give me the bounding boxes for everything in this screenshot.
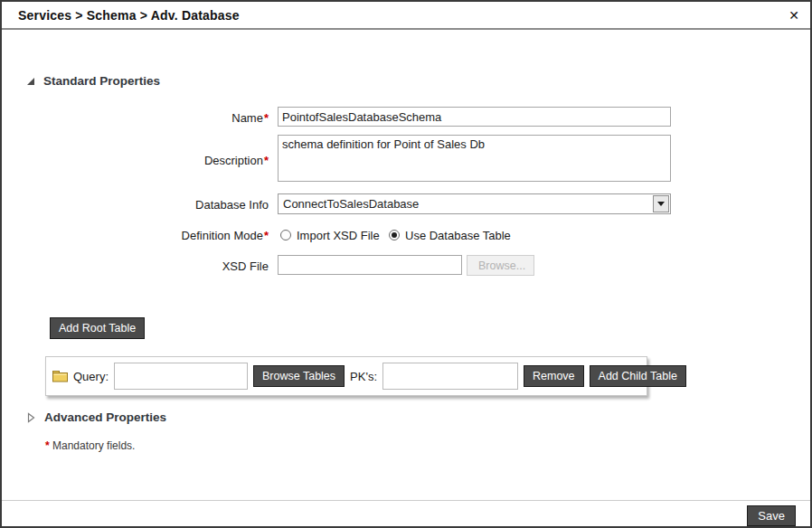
- database-info-selected-value: ConnectToSalesDatabase: [283, 197, 419, 211]
- save-button[interactable]: Save: [747, 505, 796, 526]
- standard-properties-toggle[interactable]: Standard Properties: [27, 74, 160, 88]
- browse-tables-button[interactable]: Browse Tables: [253, 365, 345, 387]
- database-info-label-text: Database Info: [195, 198, 269, 212]
- collapse-expanded-triangle-icon: [27, 78, 34, 85]
- breadcrumb: Services > Schema > Adv. Database: [18, 8, 240, 23]
- advanced-properties-toggle[interactable]: Advanced Properties: [27, 410, 166, 424]
- required-asterisk: *: [264, 111, 269, 125]
- mandatory-fields-note: * Mandatory fields.: [44, 439, 135, 452]
- add-root-table-button[interactable]: Add Root Table: [50, 317, 145, 339]
- xsd-file-label-text: XSD File: [222, 259, 269, 273]
- adv-database-dialog: Services > Schema > Adv. Database ✕ Stan…: [0, 0, 812, 528]
- xsd-file-label: XSD File: [38, 259, 269, 273]
- add-child-table-button[interactable]: Add Child Table: [590, 365, 686, 387]
- description-label-text: Description: [204, 154, 263, 167]
- radio-use-database-table[interactable]: [389, 230, 400, 240]
- definition-mode-label-text: Definition Mode: [182, 229, 263, 242]
- query-label: Query:: [73, 370, 109, 383]
- pks-input[interactable]: [382, 363, 518, 390]
- pks-label: PK's:: [350, 370, 377, 383]
- dropdown-arrow-glyph: [657, 202, 665, 206]
- remove-button[interactable]: Remove: [524, 365, 584, 387]
- name-label-text: Name: [231, 111, 263, 125]
- radio-import-xsd-file[interactable]: [280, 230, 291, 240]
- mandatory-fields-text: Mandatory fields.: [52, 439, 135, 452]
- advanced-properties-title: Advanced Properties: [44, 410, 166, 424]
- description-label: Description*: [38, 154, 269, 167]
- chevron-down-icon[interactable]: [653, 195, 669, 212]
- required-asterisk: *: [264, 229, 269, 242]
- radio-use-database-table-label[interactable]: Use Database Table: [405, 229, 511, 242]
- definition-mode-label: Definition Mode*: [38, 229, 269, 242]
- radio-import-xsd-file-label[interactable]: Import XSD File: [297, 229, 380, 242]
- browse-xsd-button: Browse...: [467, 255, 534, 276]
- root-table-query-row: Query: Browse Tables PK's: Remove Add Ch…: [45, 356, 647, 396]
- xsd-file-input[interactable]: [278, 255, 462, 275]
- dialog-header: Services > Schema > Adv. Database ✕: [2, 2, 810, 30]
- required-asterisk: *: [264, 154, 269, 167]
- footer-divider: [2, 500, 810, 501]
- required-asterisk: *: [45, 439, 50, 452]
- database-info-select[interactable]: ConnectToSalesDatabase: [278, 193, 671, 214]
- name-input[interactable]: [278, 107, 671, 127]
- query-input[interactable]: [114, 363, 248, 390]
- database-info-label: Database Info: [38, 198, 269, 212]
- standard-properties-title: Standard Properties: [43, 74, 160, 88]
- name-label: Name*: [38, 111, 269, 125]
- collapse-collapsed-triangle-icon: [27, 412, 35, 423]
- folder-icon: [52, 370, 68, 382]
- close-icon[interactable]: ✕: [788, 7, 799, 24]
- description-textarea[interactable]: schema definition for Point of Sales Db: [278, 135, 671, 182]
